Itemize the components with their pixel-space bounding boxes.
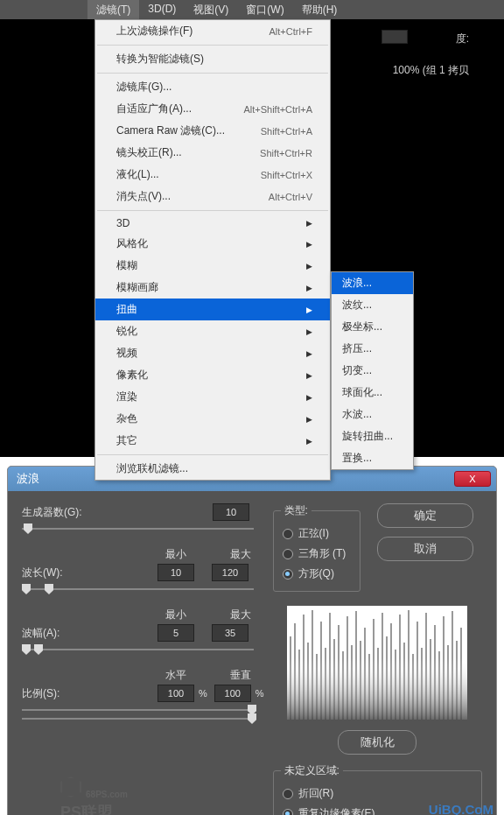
toolbar-degree-input[interactable] <box>382 30 408 44</box>
amplitude-label: 波幅(A): <box>22 626 90 641</box>
filter-dropdown: 上次滤镜操作(F)Alt+Ctrl+F 转换为智能滤镜(S) 滤镜库(G)...… <box>94 19 331 481</box>
menu-sharpen[interactable]: 锐化▶ <box>95 320 330 342</box>
radio-sine[interactable]: 正弦(I) <box>283 523 351 544</box>
slider-thumb-max[interactable] <box>45 584 53 594</box>
menu-help[interactable]: 帮助(H) <box>293 0 346 19</box>
slider-thumb-min[interactable] <box>22 584 31 594</box>
generators-label: 生成器数(G): <box>22 505 90 520</box>
submenu-ripple[interactable]: 波纹... <box>332 294 413 316</box>
doc-title-fragment: 100% (组 1 拷贝 <box>393 63 469 78</box>
radio-square[interactable]: 方形(Q) <box>283 564 351 584</box>
h-header: 水平 <box>158 668 194 683</box>
chevron-right-icon: ▶ <box>306 219 312 228</box>
ok-button[interactable]: 确定 <box>377 503 473 528</box>
distort-submenu: 波浪... 波纹... 极坐标... 挤压... 切变... 球面化... 水波… <box>331 271 414 470</box>
menu-window[interactable]: 窗口(W) <box>237 0 292 19</box>
menu-view[interactable]: 视图(V) <box>185 0 237 19</box>
undefined-legend: 未定义区域: <box>281 763 343 778</box>
amplitude-max-input[interactable] <box>212 624 248 642</box>
submenu-pinch[interactable]: 挤压... <box>332 338 413 360</box>
v-header: 垂直 <box>222 668 259 683</box>
radio-wrap[interactable]: 折回(R) <box>283 783 472 804</box>
chevron-right-icon: ▶ <box>306 437 312 446</box>
chevron-right-icon: ▶ <box>306 262 312 270</box>
chevron-right-icon: ▶ <box>306 393 312 402</box>
menu-other[interactable]: 其它▶ <box>95 430 330 452</box>
menu-filter[interactable]: 滤镜(T) <box>88 0 139 19</box>
submenu-shear[interactable]: 切变... <box>332 360 413 382</box>
menu-adaptive-wide[interactable]: 自适应广角(A)...Alt+Shift+Ctrl+A <box>95 98 330 120</box>
submenu-polar[interactable]: 极坐标... <box>332 316 413 338</box>
menu-pixelate[interactable]: 像素化▶ <box>95 364 330 386</box>
menu-3d[interactable]: 3D(D) <box>139 0 185 19</box>
scale-label: 比例(S): <box>22 686 90 701</box>
type-legend: 类型: <box>281 503 312 518</box>
submenu-twirl[interactable]: 旋转扭曲... <box>332 425 413 447</box>
close-button[interactable]: X <box>454 471 491 487</box>
chevron-right-icon: ▶ <box>306 415 312 424</box>
amplitude-min-input[interactable] <box>158 624 194 642</box>
menu-stylize[interactable]: 风格化▶ <box>95 233 330 255</box>
menu-liquify[interactable]: 液化(L)...Shift+Ctrl+X <box>95 164 330 186</box>
menu-lens-correction[interactable]: 镜头校正(R)...Shift+Ctrl+R <box>95 142 330 164</box>
menu-3d-sub[interactable]: 3D▶ <box>95 214 330 233</box>
slider-thumb[interactable] <box>24 523 32 534</box>
randomize-button[interactable]: 随机化 <box>338 730 416 755</box>
slider-thumb[interactable] <box>248 713 256 724</box>
watermark: 68PS.com PS联盟 <box>60 776 128 815</box>
chevron-right-icon: ▶ <box>306 349 312 358</box>
min-header: 最小 <box>158 608 194 622</box>
menu-smart-filter[interactable]: 转换为智能滤镜(S) <box>95 48 330 70</box>
menu-camera-raw[interactable]: Camera Raw 滤镜(C)...Shift+Ctrl+A <box>95 120 330 142</box>
scale-h-input[interactable] <box>158 685 194 702</box>
svg-rect-41 <box>287 658 467 720</box>
menubar: 滤镜(T) 3D(D) 视图(V) 窗口(W) 帮助(H) <box>0 0 504 19</box>
dialog-title: 波浪 <box>17 471 39 487</box>
wavelength-min-input[interactable] <box>158 564 194 581</box>
preview-panel <box>287 606 467 720</box>
cancel-button[interactable]: 取消 <box>377 537 473 561</box>
wavelength-label: 波长(W): <box>22 566 90 580</box>
submenu-displace[interactable]: 置换... <box>332 447 413 469</box>
close-icon: X <box>469 474 475 484</box>
wavelength-slider[interactable] <box>22 588 254 590</box>
wavelength-max-input[interactable] <box>212 564 248 581</box>
scale-slider[interactable] <box>22 709 254 711</box>
menu-render[interactable]: 渲染▶ <box>95 386 330 408</box>
radio-triangle[interactable]: 三角形 (T) <box>283 544 351 564</box>
menu-noise[interactable]: 杂色▶ <box>95 408 330 430</box>
submenu-zigzag[interactable]: 水波... <box>332 404 413 425</box>
max-header: 最大 <box>222 547 259 562</box>
scale-slider-2[interactable] <box>22 718 254 720</box>
menu-vanishing-point[interactable]: 消失点(V)...Alt+Ctrl+V <box>95 186 330 207</box>
site-watermark: UiBQ.CoM <box>429 802 494 815</box>
wave-dialog: 波浪 X 生成器数(G): 最小 最大 波长(W): <box>7 466 497 815</box>
menu-filter-gallery[interactable]: 滤镜库(G)... <box>95 76 330 98</box>
chevron-right-icon: ▶ <box>306 284 312 292</box>
min-header: 最小 <box>158 547 194 562</box>
menu-blur-gallery[interactable]: 模糊画廊▶ <box>95 277 330 299</box>
menu-video[interactable]: 视频▶ <box>95 342 330 364</box>
toolbar-degree-label: 度: <box>456 32 469 46</box>
slider-thumb-min[interactable] <box>22 644 31 655</box>
amplitude-slider[interactable] <box>22 649 254 650</box>
generators-slider[interactable] <box>22 528 254 530</box>
menu-browse-online[interactable]: 浏览联机滤镜... <box>95 458 330 480</box>
submenu-spherize[interactable]: 球面化... <box>332 382 413 404</box>
slider-thumb-max[interactable] <box>34 644 43 655</box>
menu-blur[interactable]: 模糊▶ <box>95 255 330 277</box>
chevron-right-icon: ▶ <box>306 240 312 249</box>
submenu-wave[interactable]: 波浪... <box>332 272 413 294</box>
max-header: 最大 <box>222 608 259 622</box>
menu-last-filter[interactable]: 上次滤镜操作(F)Alt+Ctrl+F <box>95 20 330 42</box>
generators-input[interactable] <box>213 503 249 521</box>
type-fieldset: 类型: 正弦(I) 三角形 (T) 方形(Q) <box>273 503 360 592</box>
chevron-right-icon: ▶ <box>306 306 312 314</box>
scale-v-input[interactable] <box>214 685 251 702</box>
menu-distort[interactable]: 扭曲▶ <box>95 299 330 320</box>
chevron-right-icon: ▶ <box>306 371 312 380</box>
chevron-right-icon: ▶ <box>306 327 312 336</box>
